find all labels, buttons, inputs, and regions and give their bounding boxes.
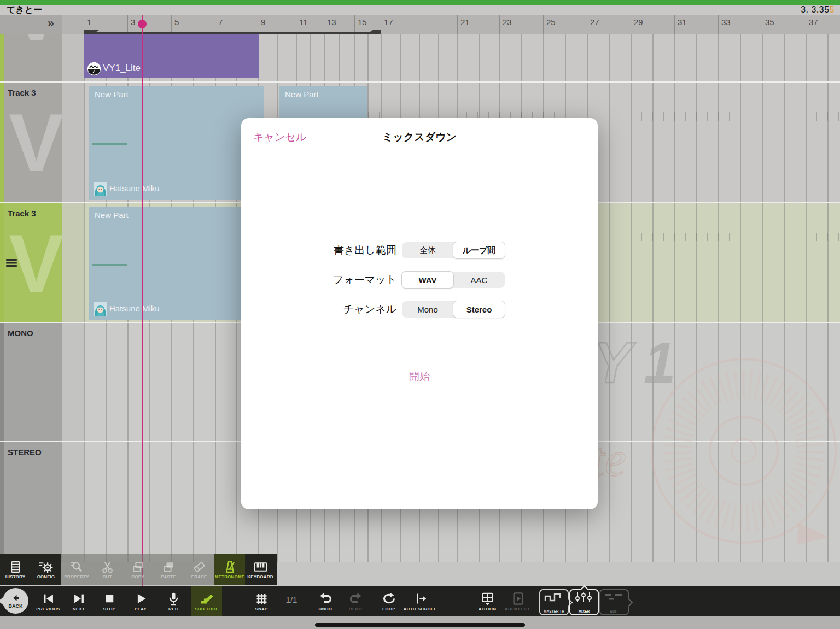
button-label: BACK [9, 603, 23, 609]
back-button[interactable]: BACK [3, 588, 28, 614]
copy-button: COPY [122, 554, 153, 585]
segment-stereo[interactable]: Stereo [453, 301, 505, 318]
part-name: New Part [285, 90, 319, 99]
track-header[interactable]: V [0, 34, 62, 81]
button-label: COPY [131, 574, 144, 579]
button-label: CUT [102, 574, 112, 579]
undo-button[interactable]: UNDO [310, 586, 341, 616]
button-label: MASTER TR [540, 609, 568, 613]
track-header-track-3[interactable]: VTrack 3 [0, 203, 62, 322]
track-header-stereo[interactable]: STEREO [0, 442, 62, 562]
previous-button[interactable]: PREVIOUS [32, 586, 64, 616]
track-header-column: VVTrack 3VTrack 3MONOSTEREO [0, 0, 62, 562]
dialog-option-row: フォーマットWAVAAC [241, 272, 598, 288]
bottom-strip [0, 616, 840, 629]
segment-wav[interactable]: WAV [402, 272, 453, 288]
auto-scroll-button[interactable]: AUTO SCROLL [404, 586, 436, 616]
track-header-label: MONO [8, 328, 33, 338]
erase-button: ERASE [184, 554, 214, 585]
midi-part[interactable]: New PartHatsune Miku [89, 86, 264, 200]
vocal-part[interactable]: VY1_Lite [84, 34, 259, 78]
button-label: SNAP [255, 607, 267, 612]
track-header-track-3[interactable]: VTrack 3 [0, 83, 62, 202]
transport-bar: 1/1 BACKPREVIOUSNEXTSTOPPLAYRECSUB TOOLS… [0, 586, 840, 616]
part-name: VY1_Lite [103, 63, 141, 74]
next-icon [72, 591, 86, 606]
part-name: New Part [95, 210, 129, 220]
loop-icon [382, 591, 396, 606]
mixer-icon [573, 592, 594, 603]
stop-button[interactable]: STOP [94, 586, 125, 616]
sub-toolbar: HISTORYCONFIGPROPERTYCUTCOPYPASTEERASEME… [0, 554, 840, 585]
erase-icon [192, 560, 207, 574]
button-label: EDIT [600, 609, 628, 613]
snap-icon [254, 591, 269, 606]
button-label: AUDIO FILE [505, 607, 531, 612]
master-tr-button[interactable]: MASTER TR [539, 589, 569, 615]
start-button[interactable]: 開始 [241, 369, 598, 384]
mic-icon [166, 591, 181, 606]
cut-button: CUT [92, 554, 122, 585]
segment-mono[interactable]: Mono [402, 301, 453, 318]
button-label: KEYBOARD [247, 574, 273, 579]
copy-icon [131, 560, 145, 574]
track-menu-icon[interactable] [4, 256, 19, 270]
midi-part[interactable]: New PartHatsune Miku [89, 207, 264, 320]
track-header-label: Track 3 [8, 209, 36, 218]
snap-button[interactable]: SNAP [246, 586, 277, 616]
button-label: PREVIOUS [36, 607, 60, 612]
segment-aac[interactable]: AAC [453, 272, 505, 288]
stop-icon [102, 591, 117, 606]
dialog-option-label: 書き出し範囲 [334, 242, 396, 258]
button-label: REDO [349, 607, 362, 612]
miku-avatar [94, 302, 107, 316]
track-color-edge [0, 34, 4, 81]
config-button[interactable]: CONFIG [31, 554, 61, 585]
snap-value: 1/1 [278, 586, 305, 616]
rec-button[interactable]: REC [158, 586, 189, 616]
track-color-edge [0, 442, 4, 562]
home-indicator[interactable] [315, 623, 525, 627]
play-button[interactable]: PLAY [125, 586, 156, 616]
track-color-edge [0, 323, 4, 441]
vy1-avatar [87, 62, 101, 76]
button-label: PASTE [161, 574, 176, 579]
button-label: ACTION [479, 607, 496, 612]
playhead-line[interactable] [142, 15, 143, 586]
part-singer: Hatsune Miku [109, 184, 160, 193]
part-name: New Part [95, 90, 129, 99]
action-button[interactable]: ACTION [471, 586, 503, 616]
next-button[interactable]: NEXT [63, 586, 95, 616]
mixer-button[interactable]: MIXER [569, 589, 599, 615]
master-tr-icon [542, 592, 564, 603]
history-icon [8, 560, 23, 574]
autoscroll-icon [413, 591, 428, 606]
history-button[interactable]: HISTORY [0, 554, 31, 585]
previous-icon [41, 591, 56, 606]
button-label: SUB TOOL [195, 607, 219, 612]
playhead-handle[interactable] [138, 20, 147, 28]
track-header-label: STEREO [8, 448, 42, 457]
button-label: PROPERTY [64, 574, 89, 579]
track-watermark-letter: V [9, 102, 62, 184]
dialog-option-row: 書き出し範囲全体ループ間 [241, 242, 598, 258]
redo-button: REDO [340, 586, 371, 616]
button-label: METRONOME [215, 574, 245, 579]
sub-tool-button[interactable]: SUB TOOL [191, 586, 223, 616]
keyboard-icon [253, 560, 268, 574]
button-label: UNDO [319, 607, 332, 612]
loop-button[interactable]: LOOP [373, 586, 405, 616]
dialog-option-label: フォーマット [333, 272, 396, 288]
undo-icon [318, 591, 333, 606]
config-icon [39, 560, 54, 574]
metronome-button[interactable]: METRONOME [214, 554, 245, 585]
button-label: NEXT [73, 607, 85, 612]
segment-ループ間[interactable]: ループ間 [453, 242, 505, 258]
button-label: AUTO SCROLL [404, 607, 437, 612]
button-label: MIXER [570, 609, 598, 613]
segmented-control-format: WAVAAC [402, 272, 505, 288]
segment-全体[interactable]: 全体 [402, 242, 453, 258]
keyboard-button[interactable]: KEYBOARD [245, 554, 276, 585]
track-header-mono[interactable]: MONO [0, 323, 62, 441]
paste-icon [161, 560, 176, 574]
